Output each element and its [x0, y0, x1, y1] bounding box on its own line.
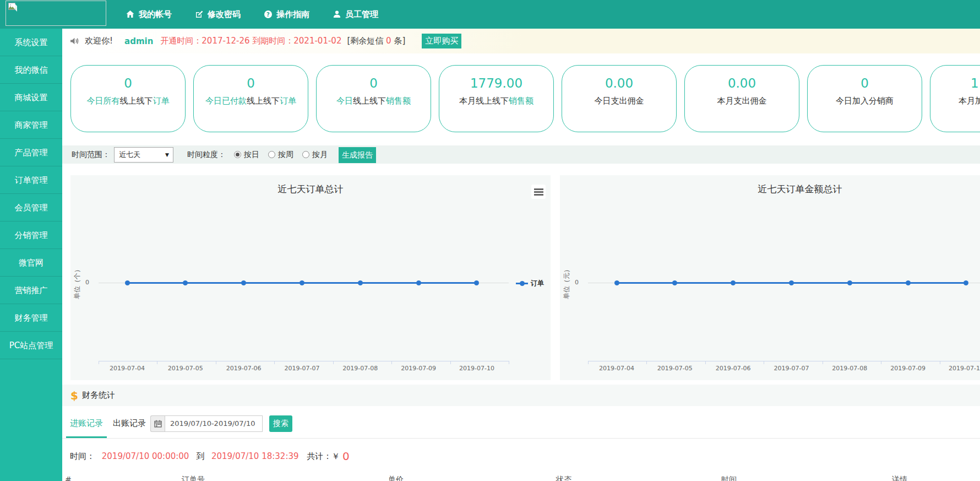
- stat-card-label: 今日支出佣金: [562, 95, 676, 106]
- stat-card-value: 0: [71, 75, 185, 91]
- chart-data-point: [614, 280, 619, 285]
- top-menu: 我的帐号修改密码?操作指南员工管理: [114, 0, 390, 29]
- nav-operation-guide[interactable]: ?操作指南: [252, 0, 321, 29]
- chart-x-axis-tick: [157, 361, 157, 364]
- sidebar-item-5[interactable]: 产品管理: [0, 139, 62, 166]
- sidebar-item-9[interactable]: 微官网: [0, 249, 62, 277]
- sms-count: 0: [386, 36, 391, 46]
- staff-icon: [333, 10, 341, 19]
- stat-card-label: 今日线上线下销售额: [317, 95, 431, 106]
- radio-dot: [268, 151, 275, 158]
- speaker-icon: [70, 36, 80, 46]
- stat-card-label-part: 本月支出佣金: [717, 96, 767, 106]
- chart-x-axis-tick: [588, 361, 589, 364]
- sidebar-menu: 系统设置我的微信商城设置商家管理产品管理订单管理会员管理分销管理微官网营销推广财…: [0, 29, 62, 481]
- calendar-icon: [154, 420, 162, 428]
- radio-by-week[interactable]: 按周: [268, 150, 293, 160]
- sidebar-item-3[interactable]: 商城设置: [0, 84, 62, 111]
- sidebar-item-1[interactable]: 系统设置: [0, 29, 62, 56]
- chart-data-point: [358, 280, 363, 285]
- table-header-cell: 状态: [556, 475, 571, 481]
- nav-item-label: 我的帐号: [139, 9, 172, 20]
- chart-x-axis-label: 2019-07-06: [221, 365, 267, 372]
- finance-section-header: $ 财务统计: [62, 385, 980, 406]
- nav-change-password[interactable]: 修改密码: [183, 0, 252, 29]
- chart-legend[interactable]: 订单: [516, 278, 544, 289]
- chart-x-axis-tick: [764, 361, 764, 364]
- calendar-button[interactable]: [150, 415, 165, 432]
- sidebar-item-12[interactable]: PC站点管理: [0, 332, 62, 359]
- chart-x-axis-label: 2019-07-04: [104, 365, 150, 372]
- buy-now-button[interactable]: 立即购买: [422, 34, 461, 48]
- radio-by-day[interactable]: 按日: [234, 150, 259, 160]
- tab-outgoing-records[interactable]: 出账记录: [109, 408, 150, 438]
- chart-zero-tick-label: 0: [72, 279, 89, 286]
- stat-card-6: 0.00本月支出佣金: [684, 65, 799, 132]
- stat-card-label-part: 线上线下: [247, 96, 280, 106]
- chart-x-axis-label: 2019-07-08: [337, 365, 383, 372]
- welcome-greeting: 欢迎你!: [85, 36, 113, 46]
- radio-label: 按月: [312, 150, 328, 160]
- chart-x-axis-label: 2019-07-05: [652, 365, 698, 372]
- stat-card-7: 0今日加入分销商: [807, 65, 922, 132]
- finance-tabs-row: 进账记录 出账记录 2019/07/10-2019/07/10 搜索: [62, 408, 980, 439]
- chart-data-point: [241, 280, 246, 285]
- stat-card-8: 1本月加入分销商: [930, 65, 980, 132]
- stat-card-label-part: 今日所有: [87, 96, 120, 106]
- chart-zero-tick-label: 0: [561, 279, 579, 286]
- chart-menu-button[interactable]: [531, 185, 546, 199]
- radio-by-month[interactable]: 按月: [302, 150, 328, 160]
- chart-x-axis-tick: [940, 361, 940, 364]
- nav-my-account[interactable]: 我的帐号: [114, 0, 183, 29]
- sidebar-item-8[interactable]: 分销管理: [0, 221, 62, 249]
- stat-card-5: 0.00今日支出佣金: [562, 65, 677, 132]
- orders-chart-panel: 近七天订单总计单位（个）02019-07-042019-07-052019-07…: [70, 175, 551, 380]
- search-button[interactable]: 搜索: [269, 415, 292, 432]
- stat-card-label: 本月支出佣金: [685, 95, 799, 106]
- legend-marker: [516, 283, 528, 284]
- welcome-username: admin: [124, 36, 153, 46]
- stat-card-label: 本月线上线下销售额: [439, 95, 553, 106]
- table-header-cell: 详情: [892, 475, 907, 481]
- chart-x-axis-tick: [823, 361, 823, 364]
- chart-x-axis-tick: [99, 361, 99, 364]
- menu-bar: [534, 194, 543, 196]
- menu-bar: [534, 191, 543, 193]
- stat-card-value: 0: [194, 75, 308, 91]
- sidebar-item-7[interactable]: 会员管理: [0, 194, 62, 221]
- chart-data-point: [847, 280, 852, 285]
- chart-x-axis-label: 2019-07-07: [768, 365, 814, 372]
- summary-to-label: 到: [196, 451, 204, 461]
- sidebar-item-11[interactable]: 财务管理: [0, 304, 62, 332]
- sidebar-item-4[interactable]: 商家管理: [0, 111, 62, 139]
- sidebar-item-10[interactable]: 营销推广: [0, 277, 62, 304]
- summary-time-label: 时间：: [70, 451, 95, 461]
- chart-x-axis-label: 2019-07-10: [454, 365, 500, 372]
- time-range-select[interactable]: 近七天 ▼: [114, 147, 173, 163]
- chart-x-axis-tick: [881, 361, 881, 364]
- stat-card-label-part: 今日支出佣金: [595, 96, 644, 106]
- chart-data-point: [731, 280, 736, 285]
- chart-data-point: [789, 280, 794, 285]
- table-header-cell: 单价: [388, 475, 404, 481]
- nav-item-label: 修改密码: [208, 9, 241, 20]
- stat-card-label-part: 今日: [336, 96, 353, 106]
- generate-report-button[interactable]: 生成报告: [339, 147, 376, 163]
- chart-x-axis-label: 2019-07-04: [594, 365, 640, 372]
- stat-card-label-part: 销售额: [509, 96, 533, 106]
- chart-title: 近七天订单金额总计: [560, 183, 980, 196]
- sidebar-item-2[interactable]: 我的微信: [0, 56, 62, 84]
- stat-card-2: 0今日已付款线上线下订单: [193, 65, 308, 132]
- stat-card-label: 今日加入分销商: [808, 95, 922, 106]
- chart-data-point: [963, 280, 968, 285]
- tab-incoming-records[interactable]: 进账记录: [66, 408, 107, 438]
- chart-x-axis-label: 2019-07-06: [710, 365, 756, 372]
- stat-card-label-part: 线上线下: [353, 96, 386, 106]
- radio-dot: [302, 151, 309, 158]
- nav-staff-management[interactable]: 员工管理: [321, 0, 390, 29]
- stat-card-label: 今日所有线上线下订单: [71, 95, 185, 106]
- stat-card-label-part: 订单: [153, 96, 170, 106]
- date-range-input[interactable]: 2019/07/10-2019/07/10: [165, 415, 263, 432]
- sidebar-item-6[interactable]: 订单管理: [0, 166, 62, 194]
- chart-x-axis-tick: [646, 361, 647, 364]
